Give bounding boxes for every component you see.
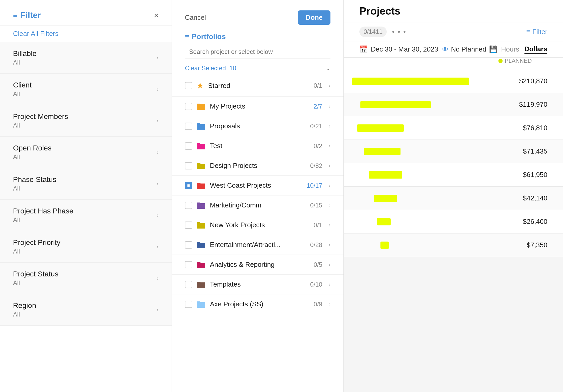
filter-item-open-roles[interactable]: Open Roles All › xyxy=(0,137,172,168)
filter-item-chevron: › xyxy=(157,117,159,124)
portfolio-item-chevron: › xyxy=(329,143,330,149)
dollars-view-option[interactable]: Dollars xyxy=(524,45,547,54)
header-top-row: 0/1411 • • • ≡ Filter xyxy=(344,22,563,41)
close-filter-button[interactable]: × xyxy=(154,11,159,20)
filter-item-client[interactable]: Client All › xyxy=(0,74,172,105)
portfolio-item-chevron: › xyxy=(329,182,330,189)
sort-icon[interactable]: ⌄ xyxy=(326,65,330,72)
hours-view-option[interactable]: Hours xyxy=(501,45,519,53)
done-button[interactable]: Done xyxy=(298,10,330,25)
filter-item-project-status[interactable]: Project Status All › xyxy=(0,263,172,294)
portfolio-item-chevron: › xyxy=(329,301,330,308)
filter-item-name: Project Has Phase xyxy=(13,207,73,215)
filter-item-project-has-phase[interactable]: Project Has Phase All › xyxy=(0,200,172,231)
filter-item-left: Phase Status All xyxy=(13,175,57,192)
view-toggle: Hours Dollars xyxy=(501,45,547,54)
portfolio-search-input[interactable] xyxy=(185,45,330,59)
clear-selected-row: Clear Selected 10 ⌄ xyxy=(172,61,343,75)
filter-item-region[interactable]: Region All › xyxy=(0,294,172,326)
date-range-row: 📅 Dec 30 - Mar 30, 2023 👁 No Planned 💾 H… xyxy=(344,41,563,58)
planned-label-text: PLANNED xyxy=(505,58,532,64)
clear-all-filters-button[interactable]: Clear All Filters xyxy=(0,26,172,42)
filter-item-chevron: › xyxy=(157,86,159,93)
portfolio-item[interactable]: Test 0/2 › xyxy=(172,136,343,156)
portfolio-checkbox[interactable] xyxy=(185,142,192,150)
filter-item-left: Project Priority All xyxy=(13,238,60,255)
portfolio-count: 0/82 xyxy=(310,162,322,169)
gantt-bar-container xyxy=(344,75,511,88)
portfolio-checkbox[interactable]: ■ xyxy=(185,182,192,189)
filter-sidebar: ≡ Filter × Clear All Filters Billable Al… xyxy=(0,0,172,392)
portfolio-item[interactable]: Marketing/Comm 0/15 › xyxy=(172,195,343,215)
no-planned: 👁 No Planned 💾 xyxy=(442,45,497,53)
portfolio-name: Test xyxy=(210,142,309,150)
filter-btn-icon: ≡ xyxy=(526,28,530,36)
filter-item-project-priority[interactable]: Project Priority All › xyxy=(0,231,172,263)
gantt-chart-area: $210,870 $119,970 $76,810 $71,435 $61,95… xyxy=(344,69,563,392)
portfolio-name: My Projects xyxy=(210,102,309,110)
filter-item-chevron: › xyxy=(157,306,159,313)
portfolio-item-chevron: › xyxy=(329,123,330,130)
gantt-bar-container xyxy=(344,145,511,158)
portfolio-item[interactable]: My Projects 2/7 › xyxy=(172,97,343,116)
calendar-icon: 📅 xyxy=(359,45,368,53)
portfolio-item[interactable]: Templates 0/10 › xyxy=(172,275,343,294)
filter-item-chevron: › xyxy=(157,212,159,219)
portfolio-checkbox[interactable] xyxy=(185,261,192,268)
save-view-icon[interactable]: 💾 xyxy=(489,45,497,53)
dropdown-header: Cancel Done xyxy=(172,0,343,30)
portfolio-item[interactable]: Axe Projects (SS) 0/9 › xyxy=(172,294,343,314)
portfolio-count: 0/10 xyxy=(310,281,322,288)
clear-selected-button[interactable]: Clear Selected 10 xyxy=(185,65,236,72)
portfolio-item[interactable]: Entertainment/Attracti... 0/28 › xyxy=(172,235,343,255)
portfolio-item[interactable]: ★ Starred 0/1 › xyxy=(172,75,343,97)
filter-item-project-members[interactable]: Project Members All › xyxy=(0,105,172,137)
page-title: Projects xyxy=(359,5,401,17)
folder-icon xyxy=(196,241,206,249)
gantt-bar xyxy=(357,124,404,132)
portfolio-checkbox[interactable] xyxy=(185,301,192,308)
gantt-rows: $210,870 $119,970 $76,810 $71,435 $61,95… xyxy=(344,69,563,257)
portfolio-item-chevron: › xyxy=(329,162,330,169)
filter-btn-label: Filter xyxy=(532,28,547,36)
filter-header: ≡ Filter × xyxy=(0,0,172,26)
portfolio-checkbox[interactable] xyxy=(185,281,192,288)
portfolio-count: 0/1 xyxy=(314,82,322,89)
portfolio-item[interactable]: New York Projects 0/1 › xyxy=(172,215,343,235)
filter-item-billable[interactable]: Billable All › xyxy=(0,42,172,74)
portfolio-checkbox[interactable] xyxy=(185,241,192,249)
portfolio-item[interactable]: Analytics & Reporting 0/5 › xyxy=(172,255,343,275)
main-header: Projects xyxy=(344,0,563,22)
folder-icon xyxy=(196,300,206,308)
portfolio-item-chevron: › xyxy=(329,82,330,89)
date-range-text: Dec 30 - Mar 30, 2023 xyxy=(371,45,438,53)
portfolio-checkbox[interactable] xyxy=(185,123,192,130)
filter-item-chevron: › xyxy=(157,180,159,187)
gantt-row: $76,810 xyxy=(344,116,563,140)
filter-item-phase-status[interactable]: Phase Status All › xyxy=(0,168,172,200)
portfolio-item[interactable]: ■ West Coast Projects 10/17 › xyxy=(172,176,343,195)
portfolio-item-chevron: › xyxy=(329,261,330,268)
portfolio-checkbox[interactable] xyxy=(185,162,192,169)
planned-dot xyxy=(498,59,503,63)
filter-item-value: All xyxy=(13,248,60,255)
filter-item-name: Billable xyxy=(13,49,36,58)
portfolio-checkbox[interactable] xyxy=(185,103,192,110)
folder-icon xyxy=(196,281,206,288)
filter-item-name: Project Status xyxy=(13,270,58,278)
cancel-button[interactable]: Cancel xyxy=(185,14,206,22)
portfolio-item[interactable]: Proposals 0/21 › xyxy=(172,116,343,136)
portfolio-item[interactable]: Design Projects 0/82 › xyxy=(172,156,343,176)
portfolio-checkbox[interactable] xyxy=(185,82,192,89)
header-left: 0/1411 • • • xyxy=(359,27,406,37)
filter-item-left: Project Members All xyxy=(13,112,68,129)
filter-item-name: Project Priority xyxy=(13,238,60,247)
more-options-button[interactable]: • • • xyxy=(392,28,406,36)
portfolio-checkbox[interactable] xyxy=(185,222,192,229)
portfolio-title-row: ≡ Portfolios xyxy=(172,30,343,45)
filter-item-value: All xyxy=(13,122,68,129)
portfolio-item-chevron: › xyxy=(329,281,330,288)
main-filter-button[interactable]: ≡ Filter xyxy=(526,28,547,36)
filter-item-left: Billable All xyxy=(13,49,36,66)
portfolio-checkbox[interactable] xyxy=(185,202,192,209)
